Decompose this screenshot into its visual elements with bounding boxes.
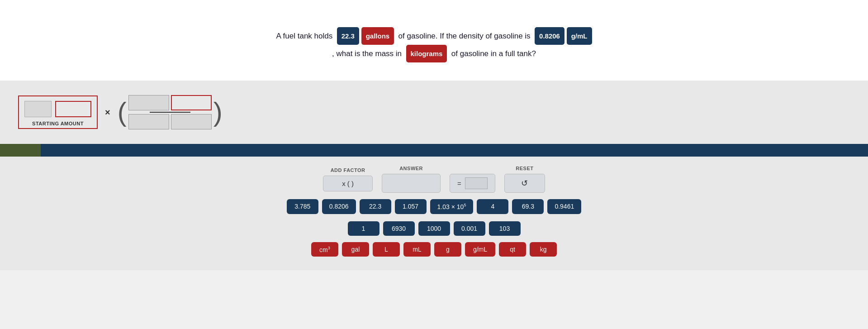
fraction-bottom-row — [128, 114, 212, 129]
line1-pre: A fuel tank holds — [276, 32, 332, 40]
line2-post: of gasoline in a full tank? — [451, 49, 536, 58]
number-button[interactable]: 103 — [489, 221, 521, 236]
number-button[interactable]: 22.3 — [360, 199, 391, 214]
unit-button[interactable]: gal — [342, 242, 369, 257]
number-button[interactable]: 0.8206 — [322, 199, 356, 214]
problem-section: A fuel tank holds 22.3 gallons of gasoli… — [0, 0, 868, 81]
equation-section: STARTING AMOUNT × ( ) — [0, 81, 868, 144]
open-paren: ( — [118, 99, 127, 126]
controls-section: ADD FACTOR x ( ) ANSWER = RESET ↺ — [0, 157, 868, 270]
starting-amount-box: STARTING AMOUNT — [18, 95, 98, 129]
number-button[interactable]: 1 — [348, 221, 379, 236]
controls-row: ADD FACTOR x ( ) ANSWER = RESET ↺ — [323, 166, 545, 193]
unit-button[interactable]: g/mL — [465, 242, 495, 257]
unit-button[interactable]: kg — [530, 242, 557, 257]
number-button[interactable]: 69.3 — [512, 199, 544, 214]
frac-top-left-input[interactable] — [128, 95, 169, 110]
sa-inputs — [24, 101, 91, 117]
multiply-sign: × — [105, 107, 110, 118]
nav-bar — [0, 144, 868, 157]
value1-badge: 22.3 — [337, 27, 359, 45]
starting-amount-unit-input[interactable] — [55, 101, 91, 117]
unit-button[interactable]: mL — [403, 242, 431, 257]
unit-buttons: cm3galLmLgg/mLqtkg — [311, 242, 557, 257]
equals-sign: = — [457, 180, 461, 187]
number-button[interactable]: 0.9461 — [547, 199, 581, 214]
frac-bottom-left-input[interactable] — [128, 114, 169, 129]
close-paren: ) — [213, 99, 223, 126]
unit-button[interactable]: g — [434, 242, 461, 257]
unit2-badge: g/mL — [567, 27, 592, 45]
number-button[interactable]: 4 — [477, 199, 508, 214]
add-factor-group: ADD FACTOR x ( ) — [323, 167, 373, 191]
line1-mid: of gasoline. If the density of gasoline … — [398, 32, 531, 40]
unit-button[interactable]: cm3 — [311, 242, 338, 257]
fraction-line — [150, 112, 190, 113]
answer-label: ANSWER — [399, 166, 423, 171]
reset-group: RESET ↺ — [504, 166, 545, 193]
answer-box — [465, 177, 488, 189]
unit-button[interactable]: qt — [499, 242, 526, 257]
frac-top-right-input[interactable] — [171, 95, 212, 110]
reset-icon: ↺ — [521, 178, 528, 188]
fraction-top-row — [128, 95, 212, 110]
factor-group: ( ) — [118, 95, 223, 129]
number-button[interactable]: 6930 — [383, 221, 415, 236]
value2-badge: 0.8206 — [535, 27, 564, 45]
answer-check-label — [472, 166, 474, 171]
problem-text: A fuel tank holds 22.3 gallons of gasoli… — [9, 27, 859, 62]
answer-group: ANSWER — [382, 166, 441, 193]
number-button[interactable]: 3.785 — [287, 199, 318, 214]
number-button[interactable]: 0.001 — [454, 221, 485, 236]
line2-pre: , what is the mass in — [332, 49, 402, 58]
starting-amount-num-input[interactable] — [24, 101, 52, 117]
add-factor-button[interactable]: x ( ) — [323, 176, 373, 191]
answer-check-button[interactable]: = — [450, 174, 495, 193]
answer-input[interactable] — [382, 174, 441, 193]
frac-bottom-right-input[interactable] — [171, 114, 212, 129]
number-buttons: 3.7850.820622.31.0571.03 × 105469.30.946… — [276, 199, 593, 236]
number-button[interactable]: 1.057 — [395, 199, 427, 214]
reset-label: RESET — [516, 166, 533, 171]
number-button[interactable]: 1000 — [418, 221, 450, 236]
unit3-badge: kilograms — [406, 45, 447, 62]
starting-amount-label: STARTING AMOUNT — [32, 121, 84, 126]
fraction-box — [128, 95, 212, 129]
unit-button[interactable]: L — [373, 242, 400, 257]
answer-check-group: = — [450, 166, 495, 193]
unit1-badge: gallons — [361, 27, 394, 45]
add-factor-label: ADD FACTOR — [331, 167, 365, 173]
number-button[interactable]: 1.03 × 105 — [430, 199, 474, 214]
reset-button[interactable]: ↺ — [504, 174, 545, 193]
nav-bar-left-accent — [0, 144, 41, 157]
